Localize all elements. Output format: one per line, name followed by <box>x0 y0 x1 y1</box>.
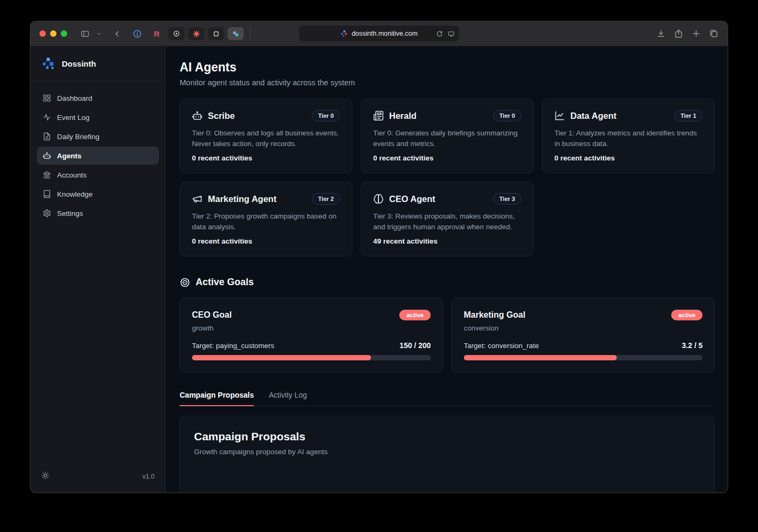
sidebar-item-label: Daily Briefing <box>57 133 100 141</box>
downloads-icon[interactable] <box>656 29 666 38</box>
agent-description: Tier 3: Reviews proposals, makes decisio… <box>373 211 521 232</box>
agent-card-data-agent: Data Agent Tier 1 Tier 1: Analyzes metri… <box>542 99 715 173</box>
reader-view-icon[interactable] <box>448 30 455 37</box>
new-tab-icon[interactable] <box>691 29 701 38</box>
megaphone-icon <box>192 194 203 204</box>
theme-toggle-sun-icon[interactable] <box>41 471 50 482</box>
campaign-proposals-title: Campaign Proposals <box>194 430 700 443</box>
tab-campaign-proposals[interactable]: Campaign Proposals <box>180 391 254 406</box>
sidebar-nav: Dashboard Event Log Daily Briefing Agent… <box>30 82 165 223</box>
sidebar-item-daily-briefing[interactable]: Daily Briefing <box>37 127 159 146</box>
gear-icon <box>43 209 51 217</box>
sidebar-item-label: Dashboard <box>57 94 92 102</box>
agent-card-herald: Herald Tier 0 Tier 0: Generates daily br… <box>361 99 534 173</box>
zoom-window-button[interactable] <box>61 30 67 37</box>
tab-activity-log[interactable]: Activity Log <box>269 391 307 406</box>
campaign-proposals-subtitle: Growth campaigns proposed by AI agents <box>194 448 700 456</box>
goal-status-badge: active <box>399 310 431 320</box>
sidebar-item-event-log[interactable]: Event Log <box>37 108 159 126</box>
goal-progress-value: 3.2 / 5 <box>682 341 703 350</box>
active-goals-header: Active Goals <box>180 277 715 288</box>
agent-activity-count: 0 recent activities <box>192 237 340 245</box>
close-window-button[interactable] <box>39 30 46 37</box>
content-tabs: Campaign Proposals Activity Log <box>180 391 715 406</box>
goal-status-badge: active <box>671 310 703 320</box>
share-icon[interactable] <box>674 29 683 38</box>
browser-window: R dossinth.monitive.com <box>30 21 728 493</box>
agent-card-scribe: Scribe Tier 0 Tier 0: Observes and logs … <box>180 99 352 173</box>
goal-progress-bar <box>192 355 431 360</box>
goal-card-ceo: CEO Goal active growth Target: paying_cu… <box>180 297 443 373</box>
agent-name: Data Agent <box>570 111 616 121</box>
target-icon <box>180 277 190 288</box>
tier-badge: Tier 0 <box>312 110 340 122</box>
agent-name: Herald <box>389 111 416 121</box>
line-chart-icon <box>554 110 565 121</box>
sidebar-item-label: Event Log <box>57 114 90 122</box>
chevron-down-icon[interactable] <box>92 27 106 41</box>
record-extension-icon[interactable] <box>168 27 184 40</box>
version-label: v1.0 <box>142 473 155 480</box>
minimize-window-button[interactable] <box>50 30 57 37</box>
agent-description: Tier 0: Observes and logs all business e… <box>192 128 340 149</box>
sidebar-item-agents[interactable]: Agents <box>37 147 159 165</box>
campaign-proposals-card: Campaign Proposals Growth campaigns prop… <box>180 416 715 493</box>
sidebar-item-label: Settings <box>57 209 83 217</box>
sidebar-item-dashboard[interactable]: Dashboard <box>37 89 159 107</box>
goal-progress-bar <box>464 355 703 360</box>
brand: Dossinth <box>30 46 165 82</box>
goal-name: Marketing Goal <box>464 310 526 320</box>
robot-icon <box>43 151 51 160</box>
sidebar-item-knowledge[interactable]: Knowledge <box>37 185 159 203</box>
goal-card-marketing: Marketing Goal active conversion Target:… <box>451 297 715 373</box>
goal-name: CEO Goal <box>192 310 232 320</box>
agent-description: Tier 2: Proposes growth campaigns based … <box>192 211 340 232</box>
agents-grid: Scribe Tier 0 Tier 0: Observes and logs … <box>180 99 715 256</box>
brand-name: Dossinth <box>62 59 96 68</box>
agent-card-marketing-agent: Marketing Agent Tier 2 Tier 2: Proposes … <box>180 182 352 256</box>
tab-overview-icon[interactable] <box>709 29 719 38</box>
agent-activity-count: 49 recent activities <box>373 237 521 245</box>
agent-description: Tier 1: Analyzes metrics and identifies … <box>554 128 703 149</box>
agent-activity-count: 0 recent activities <box>373 154 521 162</box>
sidebar-item-settings[interactable]: Settings <box>37 204 159 222</box>
goal-progress-fill <box>464 355 617 360</box>
starburst-extension-icon[interactable] <box>188 27 204 40</box>
goal-type: growth <box>192 324 431 332</box>
goals-grid: CEO Goal active growth Target: paying_cu… <box>180 297 715 373</box>
sidebar-item-label: Accounts <box>57 171 87 179</box>
goal-target-label: Target: paying_customers <box>192 342 275 350</box>
grid-icon <box>43 94 51 102</box>
tier-badge: Tier 1 <box>674 110 703 122</box>
url-text: dossinth.monitive.com <box>352 30 418 37</box>
building-icon <box>43 171 51 179</box>
newspaper-icon <box>373 110 384 121</box>
sidebar-item-label: Agents <box>57 152 82 160</box>
active-goals-title: Active Goals <box>196 277 254 288</box>
robot-icon <box>192 110 203 121</box>
traffic-lights <box>39 30 67 37</box>
address-bar[interactable]: dossinth.monitive.com <box>299 26 459 42</box>
info-extension-icon[interactable] <box>129 27 145 40</box>
book-icon <box>43 190 51 198</box>
frame-extension-icon[interactable] <box>208 27 224 40</box>
sidebar-item-label: Knowledge <box>57 190 93 198</box>
sidebar-toggle-icon[interactable] <box>78 27 92 41</box>
reload-icon[interactable] <box>436 30 443 37</box>
sidebar-item-accounts[interactable]: Accounts <box>37 166 159 184</box>
agent-activity-count: 0 recent activities <box>192 154 340 162</box>
pixels-extension-icon[interactable] <box>228 27 244 40</box>
activity-icon <box>43 113 51 122</box>
browser-toolbar: R dossinth.monitive.com <box>30 21 728 46</box>
goal-target-label: Target: conversion_rate <box>464 342 539 350</box>
back-icon[interactable] <box>110 27 124 41</box>
goal-progress-value: 150 / 200 <box>400 341 431 350</box>
agent-name: CEO Agent <box>389 194 435 204</box>
tier-badge: Tier 0 <box>493 110 521 122</box>
goal-progress-fill <box>192 355 371 360</box>
extension-icons: R <box>129 27 244 40</box>
document-icon <box>43 132 51 141</box>
toolbar-right-actions <box>656 29 719 38</box>
sidebar: Dossinth Dashboard Event Log Daily Brief… <box>30 46 166 493</box>
r-extension-icon[interactable]: R <box>149 27 165 40</box>
